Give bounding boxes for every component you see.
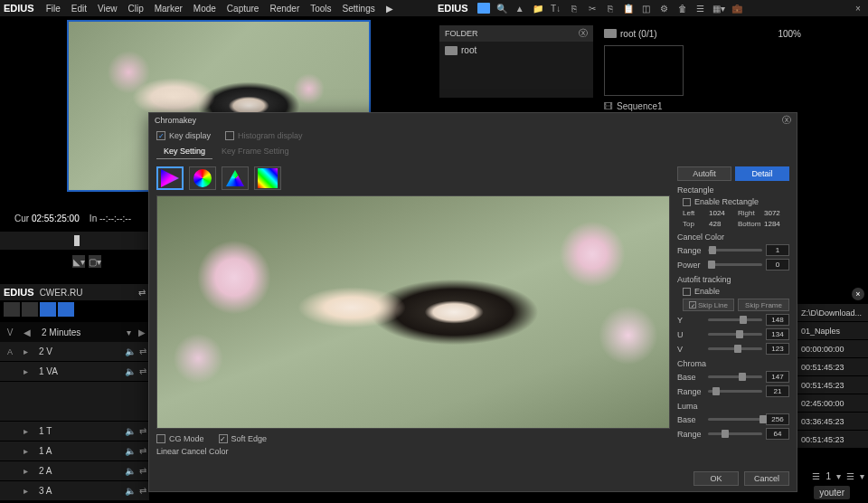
histogram-display-checkbox[interactable]: Histogram display [225, 131, 303, 140]
folder-close-icon[interactable]: ⓧ [579, 27, 588, 40]
picker-mode-2[interactable] [189, 166, 216, 190]
mode-3-icon[interactable] [40, 302, 56, 317]
clip-item[interactable]: 00:00:00:00 [797, 340, 868, 358]
mute-icon[interactable]: 🔈 [124, 486, 137, 496]
rect-top-value[interactable]: 428 [709, 220, 721, 228]
menu-clip[interactable]: Clip [123, 2, 147, 15]
luma-base-slider[interactable] [708, 418, 762, 421]
list-icon[interactable]: ☰ [694, 2, 707, 14]
cg-mode-checkbox[interactable]: CG Mode [156, 434, 204, 443]
copy-icon[interactable]: ⎘ [604, 2, 617, 14]
clip-item[interactable]: 00:51:45:23 [797, 376, 868, 394]
enable-rectangle-checkbox[interactable]: Enable Rectangle [677, 197, 789, 206]
expand-icon[interactable]: ▸ [20, 466, 32, 476]
route-icon[interactable]: ⇄ [137, 366, 149, 376]
clip-item[interactable]: 00:51:45:23 [797, 358, 868, 376]
folder-open-icon[interactable] [477, 2, 490, 14]
paste-icon[interactable]: 📋 [622, 2, 635, 14]
autofit-button[interactable]: Autofit [677, 166, 731, 181]
tl-settings-icon[interactable]: ⇄ [138, 288, 146, 298]
bin-sequence-item[interactable]: 🎞 Sequence1 [599, 100, 807, 113]
menu-file[interactable]: File [42, 2, 65, 15]
ok-button[interactable]: OK [693, 471, 739, 486]
clip-path[interactable]: Z:\D\Download... [797, 304, 868, 322]
playhead-handle[interactable] [74, 235, 80, 246]
cancel-button[interactable]: Cancel [744, 471, 789, 486]
tool-b-icon[interactable]: ▢▾ [89, 255, 101, 268]
route-icon[interactable]: ⇄ [137, 346, 149, 356]
mute-icon[interactable]: 🔈 [124, 466, 137, 476]
track-row[interactable]: ▸ 2 A 🔈 ⇄ [0, 461, 149, 481]
folder-item[interactable]: root [439, 42, 593, 59]
route-icon[interactable]: ⇄ [137, 486, 149, 496]
tab-keyframe-setting[interactable]: Key Frame Setting [214, 144, 297, 159]
picker-mode-3[interactable] [222, 166, 249, 190]
v-slider[interactable] [708, 347, 762, 350]
u-value[interactable]: 134 [766, 328, 789, 340]
menu-marker[interactable]: Marker [150, 2, 187, 15]
list-toggle-icon[interactable]: ☰ [812, 471, 820, 481]
menu-edit[interactable]: Edit [67, 2, 91, 15]
tool-a-icon[interactable]: ◣▾ [72, 255, 85, 268]
menu-render[interactable]: Render [265, 2, 304, 15]
y-value[interactable]: 148 [766, 314, 789, 326]
mute-icon[interactable]: 🔈 [124, 426, 137, 436]
u-slider[interactable] [708, 333, 762, 336]
menu-mode[interactable]: Mode [189, 2, 221, 15]
route-icon[interactable]: ⇄ [137, 446, 149, 456]
chroma-range-slider[interactable] [708, 390, 762, 393]
menu-view[interactable]: View [93, 2, 122, 15]
clip-icon[interactable]: ⎘ [568, 2, 580, 14]
y-slider[interactable] [708, 318, 762, 321]
clip-item[interactable]: 01_Naples [797, 322, 868, 340]
prev-scale-icon[interactable]: ◀ [20, 327, 34, 337]
expand-icon[interactable]: ▸ [20, 486, 32, 496]
dialog-titlebar[interactable]: Chromakey ⓧ [149, 113, 797, 128]
mute-icon[interactable]: 🔈 [124, 346, 137, 356]
luma-range-value[interactable]: 64 [766, 428, 789, 440]
scale-label[interactable]: 2 Minutes [34, 327, 123, 337]
track-row[interactable]: ▸ 3 A 🔈 ⇄ [0, 481, 149, 501]
delete-icon[interactable]: 🗑 [676, 2, 689, 14]
expand-icon[interactable]: ▸ [20, 346, 32, 356]
close-panel-icon[interactable]: × [852, 2, 864, 14]
dialog-preview[interactable] [156, 195, 670, 429]
search-icon[interactable]: 🔍 [495, 2, 508, 14]
cancel-power-value[interactable]: 0 [766, 259, 789, 270]
chevron-down-icon[interactable]: ▾ [836, 471, 841, 481]
selection-tag[interactable]: youter [814, 486, 850, 499]
cancel-range-slider[interactable] [708, 249, 762, 252]
chevron-down-icon[interactable]: ▾ [860, 471, 864, 481]
tab-key-setting[interactable]: Key Setting [156, 144, 212, 159]
cut-icon[interactable]: ✂ [586, 2, 599, 14]
skip-frame-button[interactable]: Skip Frame [738, 299, 789, 311]
clip-item[interactable]: 02:45:00:00 [797, 394, 868, 413]
picker-mode-4[interactable] [254, 166, 281, 190]
route-icon[interactable]: ⇄ [137, 426, 149, 436]
bin-icon[interactable]: 💼 [731, 2, 743, 14]
menu-capture[interactable]: Capture [222, 2, 264, 15]
chroma-base-value[interactable]: 147 [766, 371, 789, 383]
menu-tools[interactable]: Tools [306, 2, 335, 15]
mode-1-icon[interactable] [4, 302, 20, 317]
track-row[interactable]: ▸ 1 VA 🔈 ⇄ [0, 362, 149, 382]
right-panel-close-icon[interactable]: × [852, 288, 864, 300]
mute-icon[interactable]: 🔈 [124, 366, 137, 376]
mute-icon[interactable]: 🔈 [124, 446, 137, 456]
up-icon[interactable]: ▲ [514, 2, 526, 14]
track-row[interactable]: ▸ 1 A 🔈 ⇄ [0, 441, 149, 461]
next-scale-icon[interactable]: ▶ [135, 327, 149, 337]
chroma-base-slider[interactable] [708, 375, 762, 378]
bin-thumbnail[interactable] [604, 45, 684, 96]
route-icon[interactable]: ⇄ [137, 466, 149, 476]
mode-2-icon[interactable] [22, 302, 38, 317]
rect-bottom-value[interactable]: 1284 [764, 220, 780, 228]
track-row[interactable]: ▸ 1 T 🔈 ⇄ [0, 422, 149, 441]
grid-icon[interactable]: ▦▾ [712, 2, 725, 14]
clip-item[interactable]: 00:51:45:23 [797, 431, 868, 449]
zoom-pct[interactable]: 100% [778, 29, 801, 39]
props-icon[interactable]: ◫ [640, 2, 653, 14]
expand-icon[interactable]: ▸ [20, 366, 32, 376]
detail-button[interactable]: Detail [735, 166, 789, 181]
luma-base-value[interactable]: 256 [766, 413, 789, 425]
